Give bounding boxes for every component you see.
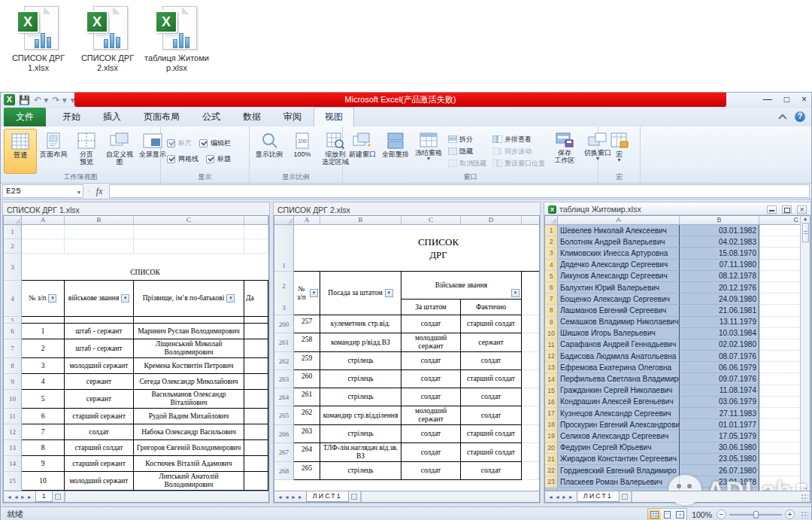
sheet-nav-buttons[interactable]: ◄◄►► bbox=[545, 491, 577, 502]
cell-birthdate[interactable]: 21.06.1981 bbox=[680, 305, 759, 316]
normal-view-shortcut[interactable] bbox=[648, 509, 661, 520]
row-header[interactable]: 5 bbox=[545, 271, 558, 282]
cell-no[interactable]: 260 bbox=[294, 370, 320, 388]
cell-birthdate[interactable]: 10.03.1984 bbox=[680, 328, 759, 339]
cell-birthdate[interactable]: 01.01.1977 bbox=[680, 419, 759, 430]
row-header[interactable]: 267 bbox=[274, 443, 294, 462]
cell-staff-rank[interactable]: солдат bbox=[401, 388, 461, 406]
row-header[interactable]: 22 bbox=[545, 465, 558, 476]
cell-name[interactable]: Ліщинський Миколай Володимирович bbox=[134, 339, 244, 358]
sheet-tab[interactable]: ЛИСТ1 bbox=[306, 491, 349, 502]
cell-empty[interactable] bbox=[759, 465, 800, 476]
undo-icon[interactable]: ↶ ▾ bbox=[34, 95, 48, 105]
cell-birthdate[interactable]: 11.08.1974 bbox=[680, 385, 759, 397]
cell-birthdate[interactable]: 23.05.1980 bbox=[680, 454, 759, 465]
cell-name[interactable]: Шевелев Николай Алексеевич bbox=[558, 225, 680, 236]
cell-name[interactable]: Кремена Костянтін Петрович bbox=[134, 358, 244, 374]
cell-birthdate[interactable]: 15.08.1970 bbox=[680, 248, 759, 259]
cell-no[interactable]: 265 bbox=[294, 462, 320, 480]
table-row[interactable]: 14 9 старший сержант Костючек Віталій Ад… bbox=[4, 456, 268, 472]
restore-button[interactable] bbox=[782, 205, 792, 214]
table-row[interactable]: 16 Кондрашин Алексей Евгеньевич 03.06.19… bbox=[545, 397, 800, 408]
cell-staff-rank[interactable]: солдат bbox=[401, 315, 461, 333]
cell-name[interactable]: Семашков Владимир Николаевич bbox=[558, 317, 680, 328]
cell-name[interactable]: Гордиевский Евгений Владимиро bbox=[558, 465, 680, 476]
cell-empty[interactable] bbox=[759, 293, 800, 305]
table-row[interactable]: 268 265 стрілець солдат солдат bbox=[274, 462, 539, 480]
cell-empty[interactable] bbox=[759, 225, 800, 236]
zoom-level[interactable]: 100% bbox=[692, 510, 712, 519]
row-header[interactable]: 2 bbox=[545, 236, 558, 248]
cell-empty[interactable] bbox=[244, 374, 268, 390]
cell-no[interactable]: 7 bbox=[22, 424, 65, 440]
table-row[interactable]: 267 264 ТЛФ-лін.наглядач від.зв. ВЗ солд… bbox=[274, 443, 539, 462]
table-row[interactable]: 261 258 командир р/відд.ВЗ молодший серж… bbox=[274, 333, 539, 352]
cell-empty[interactable] bbox=[759, 260, 800, 271]
row-header[interactable]: 21 bbox=[545, 454, 558, 465]
filter-button[interactable]: ▼ bbox=[48, 294, 56, 303]
table-row[interactable]: 12 Бадисова Людмила Анатольевна 08.07.19… bbox=[545, 351, 800, 362]
headings-checkbox[interactable]: 标题 bbox=[206, 154, 231, 164]
row-header[interactable]: 11 bbox=[4, 409, 22, 424]
scrollbar-thumb[interactable] bbox=[802, 223, 809, 242]
close-button[interactable]: × bbox=[801, 94, 807, 105]
sheet-grid[interactable]: 1 Шевелев Николай Алексеевич 03.01.1982 … bbox=[545, 225, 800, 491]
scroll-up-icon[interactable]: ▲ bbox=[803, 216, 808, 221]
row-header[interactable]: 3 bbox=[545, 248, 558, 259]
cell-staff-rank[interactable]: молодший сержант bbox=[401, 333, 461, 352]
cell-birthdate[interactable]: 04.02.1983 bbox=[680, 236, 759, 248]
cell-actual-rank[interactable]: сержант bbox=[461, 333, 522, 352]
cell-name[interactable]: Балухтин Юрий Валерьевич bbox=[558, 282, 680, 293]
cell-empty[interactable] bbox=[244, 324, 268, 339]
sheet-nav-buttons[interactable]: ◄◄►► bbox=[274, 491, 306, 502]
row-header[interactable]: 6 bbox=[4, 324, 22, 339]
cell-no[interactable]: 257 bbox=[294, 315, 320, 333]
cell-birthdate[interactable]: 03.01.1982 bbox=[680, 225, 759, 236]
table-row[interactable]: 266 263 стрілець солдат старший солдат bbox=[274, 425, 539, 443]
cell-position[interactable]: стрілець bbox=[320, 425, 401, 443]
cell-empty[interactable] bbox=[244, 440, 268, 456]
table-row[interactable]: 6 1 штаб - сержант Маринич Руслан Володи… bbox=[4, 324, 268, 339]
cell-no[interactable]: 6 bbox=[22, 409, 65, 424]
row-header[interactable]: 14 bbox=[4, 456, 22, 472]
table-row[interactable]: 12 7 солдат Набока Олександр Васильович bbox=[4, 424, 268, 440]
tab-review[interactable]: 审阅 bbox=[273, 108, 312, 126]
cell-name[interactable]: Дядечко Александр Сергеевич bbox=[558, 260, 680, 271]
cell-name[interactable]: Ефремова Екатерина Олеговна bbox=[558, 362, 680, 373]
table-row[interactable]: 3 Климовских Инесса Артуровна 15.08.1970 bbox=[545, 248, 800, 259]
tab-file[interactable]: 文件 bbox=[4, 108, 46, 126]
cell-empty[interactable] bbox=[244, 390, 268, 409]
row-header[interactable]: 8 bbox=[4, 358, 22, 374]
row-header[interactable]: 23 bbox=[545, 476, 558, 488]
tab-data[interactable]: 数据 bbox=[232, 108, 271, 126]
cell-birthdate[interactable]: 23.01.1978 bbox=[680, 476, 759, 488]
cell-birthdate[interactable]: 17.05.1979 bbox=[680, 430, 759, 442]
cell-name[interactable]: Кондрашин Алексей Евгеньевич bbox=[558, 397, 680, 408]
cell-birthdate[interactable]: 08.12.1978 bbox=[680, 271, 759, 282]
row-header[interactable]: 262 bbox=[274, 352, 294, 370]
cell-no[interactable]: 8 bbox=[22, 440, 65, 456]
cell-position[interactable]: командир р/відд.ВЗ bbox=[320, 333, 401, 352]
tab-home[interactable]: 开始 bbox=[52, 108, 91, 126]
row-header[interactable]: 268 bbox=[274, 462, 294, 480]
filter-button[interactable]: ▼ bbox=[226, 294, 235, 303]
cell-no[interactable]: 263 bbox=[294, 425, 320, 443]
cell-empty[interactable] bbox=[759, 373, 800, 385]
cell-birthdate[interactable]: 09.07.1976 bbox=[680, 373, 759, 385]
collapse-ribbon-icon[interactable] bbox=[778, 114, 786, 122]
row-header[interactable]: 8 bbox=[545, 305, 558, 316]
cell-empty[interactable] bbox=[244, 339, 268, 358]
cell-name[interactable]: Бадисова Людмила Анатольевна bbox=[558, 351, 680, 362]
cell-staff-rank[interactable]: солдат bbox=[401, 425, 461, 443]
cell-empty[interactable] bbox=[759, 248, 800, 259]
page-break-preview-button[interactable]: 分页 预览 bbox=[70, 129, 103, 174]
sheet-grid[interactable]: 1 СПИСОКДРГ 2 3 № з/п▼ Посада за штатом▼ bbox=[274, 225, 539, 491]
cell-birthdate[interactable]: 08.07.1976 bbox=[680, 351, 759, 362]
cell-empty[interactable] bbox=[759, 236, 800, 248]
table-row[interactable]: 11 Сарафанов Андрей Геннадьевич 02.02.19… bbox=[545, 339, 800, 351]
maximize-button[interactable]: □ bbox=[784, 94, 789, 105]
cell-name[interactable]: Сарафанов Андрей Геннадьевич bbox=[558, 339, 680, 351]
cell-birthdate[interactable]: 26.07.1980 bbox=[680, 465, 759, 476]
cell-no[interactable]: 1 bbox=[22, 324, 65, 339]
table-row[interactable]: 8 3 молодший сержант Кремена Костянтін П… bbox=[4, 358, 268, 374]
